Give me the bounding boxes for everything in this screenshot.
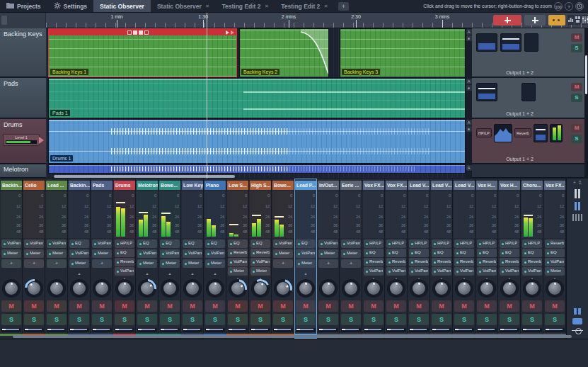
channel-name[interactable]: Piano: [204, 181, 226, 190]
plugin-slot-volpan[interactable]: VolPan: [454, 267, 474, 276]
plugin-slot-volpan[interactable]: VolPan: [386, 267, 406, 276]
tracks-vertical-scrollbar[interactable]: [584, 28, 588, 179]
timeline-ruler[interactable]: 1 min1:302 mins2:303 mins: [0, 13, 588, 28]
mute-button[interactable]: M: [228, 300, 248, 312]
plugin-slot-volpan[interactable]: VolPan: [137, 249, 157, 258]
plugin-slot-meter[interactable]: Meter: [545, 267, 565, 276]
plugin-slot-volpan[interactable]: VolPan: [24, 239, 44, 248]
track-header-pads[interactable]: Pads: [0, 78, 46, 118]
plugin-slot-volpan[interactable]: VolPan: [477, 267, 497, 276]
projects-button[interactable]: Projects: [0, 0, 47, 12]
add-plugin-button[interactable]: +: [318, 259, 338, 268]
plugin-slot-meter[interactable]: Meter: [228, 267, 248, 276]
pan-fader-icon[interactable]: [572, 328, 583, 333]
output-label[interactable]: Output 1 + 2: [472, 70, 567, 75]
solo-button[interactable]: S: [522, 314, 542, 325]
mute-button[interactable]: M: [160, 300, 180, 312]
add-clip-button[interactable]: [524, 15, 546, 26]
plugin-slot-eq[interactable]: EQ: [522, 249, 542, 257]
plugin-slot-reverb[interactable]: Reverb: [228, 249, 248, 257]
channel-name[interactable]: Bowe...: [159, 181, 180, 190]
mute-button[interactable]: M: [545, 300, 565, 312]
plugin-slot-hplp[interactable]: HP/LP: [477, 239, 497, 248]
volume-fader[interactable]: [160, 328, 180, 332]
more-plugins-indicator[interactable]: ▲: [136, 271, 158, 276]
add-plugin-button[interactable]: +: [273, 259, 293, 268]
cpu-meter-badge[interactable]: 100: [554, 2, 563, 11]
add-plugin-button[interactable]: +: [1, 259, 21, 268]
solo-button[interactable]: S: [454, 314, 474, 325]
tab-close-icon[interactable]: ×: [265, 3, 269, 9]
plugin-slot-volpan[interactable]: VolPan: [47, 239, 67, 248]
mute-button[interactable]: M: [273, 300, 293, 312]
master-fader-icon[interactable]: [572, 318, 582, 324]
solo-button[interactable]: S: [545, 314, 565, 325]
plugin-slot-volpan[interactable]: VolPan: [160, 249, 180, 258]
ruler-corner-box[interactable]: [1, 16, 7, 25]
mute-button[interactable]: M: [500, 300, 519, 312]
mute-button[interactable]: M: [454, 300, 474, 312]
solo-button[interactable]: S: [364, 314, 384, 325]
plugin-slot-eq[interactable]: EQ: [364, 249, 384, 257]
volume-plugin-thumb[interactable]: [476, 33, 497, 52]
plugin-slot-eq[interactable]: EQ: [69, 239, 89, 248]
plugin-slot-meter[interactable]: Meter: [273, 249, 293, 258]
track-header-backing-keys[interactable]: Backing Keys: [0, 28, 46, 77]
solo-button[interactable]: S: [69, 314, 89, 325]
volume-fader[interactable]: [183, 328, 202, 332]
solo-button[interactable]: S: [92, 314, 112, 325]
pan-knob[interactable]: [2, 279, 21, 298]
track-header-melotron[interactable]: Melotron: [0, 164, 46, 178]
track-lane-backing-keys[interactable]: Backing Keys 1 Backing Keys 2 Backing Ke…: [46, 28, 466, 77]
automation-badge[interactable]: A: [466, 165, 472, 171]
browser-panels-icon[interactable]: [575, 15, 581, 25]
tab-close-icon[interactable]: ×: [206, 3, 209, 9]
channel-name[interactable]: Lead V...: [408, 181, 430, 190]
pan-knob[interactable]: [206, 279, 224, 298]
solo-button[interactable]: S: [160, 314, 180, 325]
track-header-drums[interactable]: Drums Level 1: [0, 119, 46, 164]
channel-name[interactable]: Vox FX...: [386, 181, 407, 190]
automation-button[interactable]: [548, 15, 565, 26]
plugin-slot-eq[interactable]: EQ: [500, 249, 519, 257]
pan-knob[interactable]: [296, 279, 315, 298]
pan-knob[interactable]: [115, 279, 134, 298]
volume-fader[interactable]: [432, 328, 451, 332]
settings-button[interactable]: Settings: [47, 0, 94, 12]
meter-plugin-thumb[interactable]: [550, 124, 563, 142]
plugin-slot-hplp[interactable]: HP/LP: [454, 239, 474, 248]
plugin-slot-eq[interactable]: EQ: [454, 249, 474, 257]
plugin-slot-meter[interactable]: Meter: [69, 259, 89, 268]
pan-knob[interactable]: [93, 279, 111, 298]
plugin-slot-hplp[interactable]: HP/LP: [386, 239, 406, 248]
empty-plugin-thumb[interactable]: [524, 33, 538, 52]
master-tool-icon[interactable]: Σ: [579, 180, 582, 186]
volume-fader[interactable]: [522, 328, 542, 332]
plugin-slot-volpan[interactable]: VolPan: [409, 267, 429, 276]
pan-knob[interactable]: [546, 279, 564, 298]
waveform-view-icon[interactable]: [567, 15, 574, 25]
channel-name[interactable]: Lead V...: [431, 181, 452, 190]
plugin-slot-hplp[interactable]: HP/LP: [409, 239, 429, 248]
plugin-slot-volpan[interactable]: VolPan: [364, 267, 384, 276]
pan-knob[interactable]: [70, 279, 88, 298]
plugin-slot-meter[interactable]: Meter: [296, 259, 316, 268]
tracks-horizontal-scrollbar[interactable]: [54, 175, 235, 178]
plugin-slot-meter[interactable]: Meter: [1, 249, 21, 258]
clock-button[interactable]: [575, 2, 584, 11]
plugin-slot-reverb[interactable]: Reverb: [522, 258, 542, 266]
small-meters-view-icon[interactable]: [567, 214, 588, 221]
mute-button[interactable]: M: [69, 300, 89, 312]
automation-dot-button[interactable]: [466, 85, 472, 91]
plugin-slot-reverb[interactable]: Reverb: [115, 258, 134, 266]
solo-button[interactable]: S: [432, 314, 451, 325]
solo-button[interactable]: S: [409, 314, 429, 325]
clip-tool-icons[interactable]: [127, 30, 149, 35]
mute-button[interactable]: M: [364, 300, 384, 312]
clip-title-bar[interactable]: [49, 29, 236, 35]
plugin-slot-hplp[interactable]: HP/LP: [522, 239, 542, 248]
pan-knob[interactable]: [387, 279, 405, 298]
plugin-slot-eq[interactable]: EQ: [160, 239, 180, 248]
plugin-slot-volpan[interactable]: VolPan: [318, 239, 338, 248]
volume-fader[interactable]: [500, 328, 519, 332]
